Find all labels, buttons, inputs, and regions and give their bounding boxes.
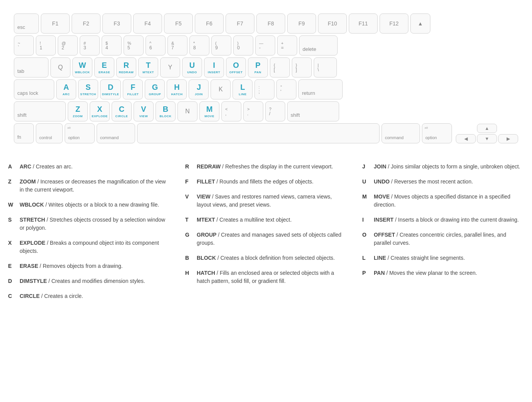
key-arrow-right[interactable]: ▶ — [498, 134, 518, 143]
key-s-label: S — [85, 83, 90, 92]
key-slash-bottom: / — [269, 111, 270, 116]
key-a[interactable]: A ARC — [56, 79, 76, 99]
key-5-bottom: 5 — [127, 45, 130, 50]
key-9[interactable]: ( 9 — [211, 35, 231, 56]
key-command-left[interactable]: command — [97, 123, 135, 143]
key-l[interactable]: L LINE — [233, 79, 253, 99]
key-esc[interactable]: esc — [14, 13, 39, 34]
key-0[interactable]: ) 0 — [233, 35, 253, 56]
key-8-bottom: 8 — [193, 45, 196, 50]
key-fn-label: fn — [17, 135, 21, 140]
key-semicolon[interactable]: : ; — [254, 79, 274, 99]
key-shift-left[interactable]: shift — [14, 101, 66, 121]
key-f7[interactable]: F7 — [226, 13, 254, 34]
key-7[interactable]: & 7 — [167, 35, 187, 56]
key-8[interactable]: * 8 — [189, 35, 209, 56]
key-shift-right[interactable]: shift — [287, 101, 339, 121]
key-f10[interactable]: F10 — [318, 13, 347, 34]
key-e[interactable]: E ERASE — [94, 57, 114, 77]
key-command-right[interactable]: command — [381, 123, 420, 143]
key-f9[interactable]: F9 — [287, 13, 316, 34]
key-f4[interactable]: F4 — [133, 13, 162, 34]
key-f11[interactable]: F11 — [349, 13, 378, 34]
key-quote[interactable]: " ' — [276, 79, 296, 99]
key-v[interactable]: V VIEW — [134, 101, 154, 121]
key-f8[interactable]: F8 — [256, 13, 285, 34]
key-slash[interactable]: ? / — [265, 101, 285, 121]
key-g[interactable]: G GROUP — [145, 79, 165, 99]
legend-key-o: O — [362, 231, 370, 247]
key-e-label: E — [102, 61, 107, 70]
legend-text-w: WBLOCK / Writes objects or a block to a … — [20, 201, 159, 209]
key-2[interactable]: @ 2 — [58, 35, 78, 56]
key-b[interactable]: B BLOCK — [156, 101, 176, 121]
key-tab[interactable]: tab — [14, 57, 49, 77]
key-w[interactable]: W WBLOCK — [72, 57, 92, 77]
key-f4-label: F4 — [144, 20, 151, 27]
key-c[interactable]: C CIRCLE — [112, 101, 132, 121]
key-x[interactable]: X EXPLODE — [90, 101, 110, 121]
key-h[interactable]: H HATCH — [167, 79, 187, 99]
key-f5[interactable]: F5 — [164, 13, 193, 34]
legend-text-j: JOIN / Joins similar objects to form a s… — [374, 163, 520, 171]
key-6[interactable]: ^ 6 — [146, 35, 166, 56]
key-eject[interactable]: ▲ — [410, 13, 430, 34]
bottom-row: fn control alt option command command al… — [14, 123, 518, 143]
key-o[interactable]: O OFFSET — [226, 57, 246, 77]
key-m[interactable]: M MOVE — [199, 101, 219, 121]
key-f[interactable]: F FILLET — [123, 79, 143, 99]
key-space[interactable] — [137, 123, 380, 143]
key-p[interactable]: P PAN — [248, 57, 268, 77]
key-equals[interactable]: + = — [277, 35, 297, 56]
key-control[interactable]: control — [36, 123, 63, 143]
key-y[interactable]: Y — [160, 57, 180, 77]
key-p-label: P — [255, 61, 260, 70]
key-f1[interactable]: F1 — [41, 13, 70, 34]
key-t[interactable]: T MTEXT — [138, 57, 158, 77]
key-fn[interactable]: fn — [14, 123, 34, 143]
key-arrow-up[interactable]: ▲ — [477, 124, 497, 133]
key-k[interactable]: K — [211, 79, 231, 99]
legend-item-g: G GROUP / Creates and manages saved sets… — [185, 231, 347, 247]
legend-key-t: T — [185, 216, 193, 224]
key-s[interactable]: S STRETCH — [78, 79, 98, 99]
legend-text-h: HATCH / Fills an enclosed area or select… — [197, 269, 347, 285]
key-arrow-down[interactable]: ▼ — [477, 134, 497, 143]
key-d[interactable]: D DIMSTYLE — [100, 79, 121, 99]
key-j[interactable]: J JOIN — [189, 79, 209, 99]
key-option-right[interactable]: alt option — [422, 123, 452, 143]
key-delete[interactable]: delete — [299, 35, 338, 56]
legend-item-s: S STRETCH / Stretches objects crossed by… — [8, 216, 170, 232]
key-n[interactable]: N — [177, 101, 197, 121]
key-1[interactable]: ! 1 — [36, 35, 56, 56]
key-4[interactable]: $ 4 — [102, 35, 122, 56]
key-lbracket[interactable]: { [ — [270, 57, 290, 77]
key-rbracket[interactable]: } ] — [292, 57, 312, 77]
key-period[interactable]: > . — [243, 101, 263, 121]
key-option-left-label: option — [68, 135, 80, 140]
key-f6[interactable]: F6 — [195, 13, 224, 34]
key-i[interactable]: I INSERT — [204, 57, 224, 77]
key-f2[interactable]: F2 — [72, 13, 100, 34]
key-backslash[interactable]: | \ — [314, 57, 337, 77]
key-return[interactable]: return — [298, 79, 343, 99]
asdf-row: caps lock A ARC S STRETCH D DIMSTYLE F F… — [14, 79, 518, 99]
key-u[interactable]: U UNDO — [182, 57, 202, 77]
legend-text-u: UNDO / Reverses the most recent action. — [374, 178, 473, 186]
key-comma[interactable]: < , — [221, 101, 241, 121]
key-5[interactable]: % 5 — [124, 35, 144, 56]
key-tilde[interactable]: ~ ` — [14, 35, 34, 56]
key-f12[interactable]: F12 — [380, 13, 408, 34]
key-minus[interactable]: — - — [255, 35, 275, 56]
key-option-left[interactable]: alt option — [65, 123, 95, 143]
legend-key-i: I — [362, 216, 370, 224]
legend-key-u: U — [362, 178, 370, 186]
key-capslock[interactable]: caps lock — [14, 79, 54, 99]
key-8-top: * — [193, 41, 195, 45]
key-r[interactable]: R REDRAW — [116, 57, 136, 77]
key-arrow-left[interactable]: ◀ — [456, 134, 476, 143]
key-z[interactable]: Z ZOOM — [68, 101, 88, 121]
key-f3[interactable]: F3 — [102, 13, 131, 34]
key-q[interactable]: Q — [50, 57, 70, 77]
key-3[interactable]: # 3 — [80, 35, 100, 56]
